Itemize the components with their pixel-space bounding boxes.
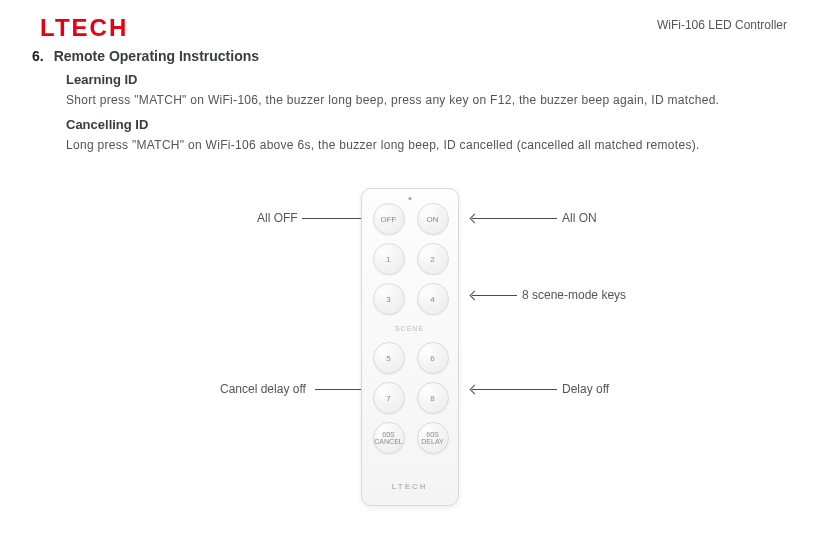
remote-device: OFF ON 1 2 3 4 SCENE 5 6 7 8 60S CANCEL … xyxy=(361,188,459,506)
page-header: LTECH WiFi-106 LED Controller xyxy=(0,0,827,42)
callout-cancel-delay: Cancel delay off xyxy=(220,382,306,396)
arrow-delay-off xyxy=(472,389,557,390)
section-title: Remote Operating Instructions xyxy=(54,48,259,64)
remote-off-button[interactable]: OFF xyxy=(373,203,405,235)
remote-scene-1-button[interactable]: 1 xyxy=(373,243,405,275)
arrow-all-on xyxy=(472,218,557,219)
remote-scene-2-button[interactable]: 2 xyxy=(417,243,449,275)
brand-logo: LTECH xyxy=(40,14,128,42)
learning-id-title: Learning ID xyxy=(66,72,787,87)
cancelling-id-title: Cancelling ID xyxy=(66,117,787,132)
remote-led-indicator xyxy=(408,197,411,200)
remote-scene-7-button[interactable]: 7 xyxy=(373,382,405,414)
remote-on-button[interactable]: ON xyxy=(417,203,449,235)
remote-scene-3-button[interactable]: 3 xyxy=(373,283,405,315)
remote-scene-6-button[interactable]: 6 xyxy=(417,342,449,374)
remote-delay-button[interactable]: 60S DELAY xyxy=(417,422,449,454)
remote-scene-4-button[interactable]: 4 xyxy=(417,283,449,315)
remote-brand-label: LTECH xyxy=(362,482,458,491)
arrow-scene-keys xyxy=(472,295,517,296)
callout-scene-keys: 8 scene-mode keys xyxy=(522,288,626,302)
remote-cancel-delay-button[interactable]: 60S CANCEL xyxy=(373,422,405,454)
content-area: 6. Remote Operating Instructions Learnin… xyxy=(0,42,827,506)
remote-button-grid: OFF ON 1 2 3 4 SCENE 5 6 7 8 60S CANCEL … xyxy=(372,203,448,454)
callout-all-on: All ON xyxy=(562,211,597,225)
section-heading: 6. Remote Operating Instructions xyxy=(32,48,787,64)
callout-delay-off: Delay off xyxy=(562,382,609,396)
remote-scene-8-button[interactable]: 8 xyxy=(417,382,449,414)
callout-all-off: All OFF xyxy=(257,211,298,225)
document-title: WiFi-106 LED Controller xyxy=(657,18,787,32)
remote-diagram: All OFF Cancel delay off All ON 8 scene-… xyxy=(32,188,787,506)
remote-scene-5-button[interactable]: 5 xyxy=(373,342,405,374)
cancelling-id-text: Long press "MATCH" on WiFi-106 above 6s,… xyxy=(66,136,787,154)
learning-id-text: Short press "MATCH" on WiFi-106, the buz… xyxy=(66,91,787,109)
section-number: 6. xyxy=(32,48,44,64)
remote-scene-label: SCENE xyxy=(373,325,447,332)
